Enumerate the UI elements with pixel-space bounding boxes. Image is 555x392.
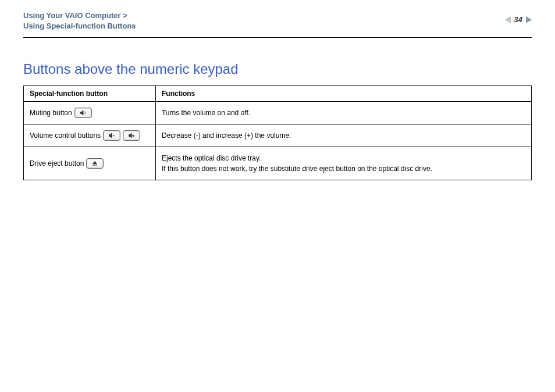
page-header: Using Your VAIO Computer > Using Special… bbox=[0, 0, 555, 37]
page-content: Buttons above the numeric keypad Special… bbox=[0, 38, 555, 180]
function-cell: Decrease (-) and increase (+) the volume… bbox=[155, 124, 531, 147]
function-cell: Ejects the optical disc drive tray. If t… bbox=[155, 147, 531, 180]
table-row: Drive eject button Ejects the optical di… bbox=[24, 147, 532, 180]
page-navigation: 34 bbox=[505, 15, 532, 24]
svg-text:-: - bbox=[113, 134, 115, 137]
breadcrumb-line-1: Using Your VAIO Computer > bbox=[23, 10, 136, 21]
mute-icon bbox=[74, 108, 92, 118]
function-text: If this button does not work, try the su… bbox=[162, 163, 525, 174]
page-number: 34 bbox=[514, 15, 522, 24]
volume-down-icon: - bbox=[103, 130, 120, 141]
function-cell: Turns the volume on and off. bbox=[155, 102, 531, 124]
table-header-row: Special-function button Functions bbox=[24, 86, 532, 102]
nav-next-icon[interactable] bbox=[526, 16, 532, 23]
breadcrumb: Using Your VAIO Computer > Using Special… bbox=[23, 10, 136, 31]
table-row: Muting button Turns the volume on and of… bbox=[24, 102, 532, 124]
svg-rect-4 bbox=[92, 165, 97, 166]
function-text: Decrease (-) and increase (+) the volume… bbox=[162, 130, 525, 141]
button-label: Drive eject button bbox=[30, 159, 84, 168]
eject-icon bbox=[86, 158, 104, 169]
button-cell-volume: Volume control buttons - + bbox=[24, 124, 156, 147]
svg-text:+: + bbox=[133, 134, 134, 137]
function-text: Ejects the optical disc drive tray. bbox=[162, 153, 525, 163]
button-cell-muting: Muting button bbox=[24, 102, 156, 124]
volume-up-icon: + bbox=[123, 130, 140, 141]
nav-prev-icon[interactable] bbox=[505, 16, 511, 23]
function-text: Turns the volume on and off. bbox=[162, 108, 525, 118]
header-special-function-button: Special-function button bbox=[24, 86, 156, 102]
button-label: Muting button bbox=[30, 109, 72, 117]
breadcrumb-line-2: Using Special-function Buttons bbox=[23, 21, 136, 31]
button-label: Volume control buttons bbox=[30, 131, 101, 140]
functions-table: Special-function button Functions Muting… bbox=[23, 85, 532, 180]
table-row: Volume control buttons - + bbox=[24, 124, 532, 147]
section-title: Buttons above the numeric keypad bbox=[23, 61, 532, 77]
header-functions: Functions bbox=[155, 86, 531, 102]
button-cell-eject: Drive eject button bbox=[24, 147, 156, 180]
